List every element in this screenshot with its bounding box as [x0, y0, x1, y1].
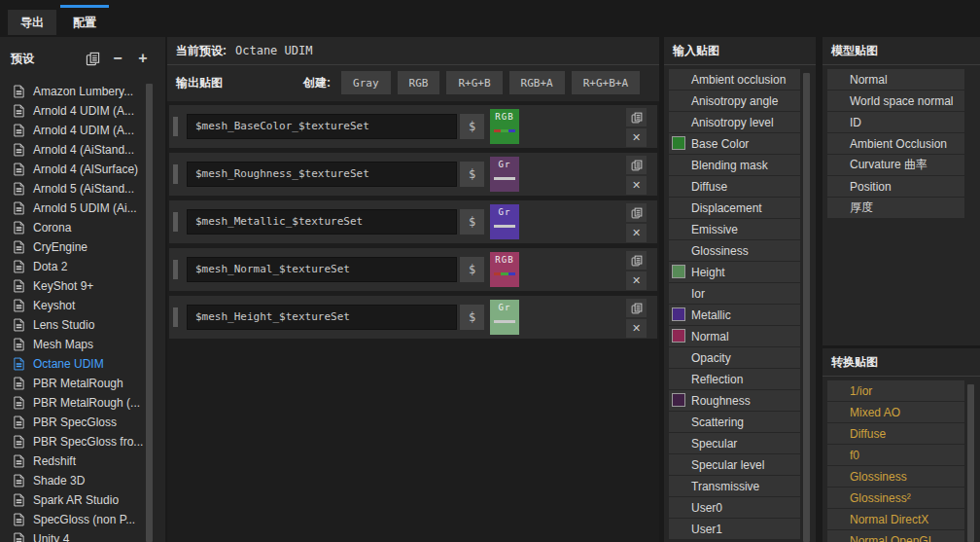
- duplicate-row-button[interactable]: [626, 299, 647, 317]
- drag-handle[interactable]: [173, 260, 178, 279]
- converted-map-item[interactable]: Normal OpenGL: [827, 530, 964, 542]
- input-map-item[interactable]: Anisotropy angle: [669, 90, 800, 111]
- preset-list-item[interactable]: Arnold 5 UDIM (Ai...: [14, 199, 165, 218]
- tab-export[interactable]: 导出: [8, 10, 56, 35]
- input-map-item[interactable]: Ior: [669, 283, 800, 304]
- delete-row-button[interactable]: ✕: [626, 224, 647, 242]
- channel-tile[interactable]: Gr: [490, 204, 519, 239]
- input-map-item[interactable]: Specular level: [669, 454, 800, 475]
- channel-tile[interactable]: RGB: [490, 252, 519, 287]
- filename-input[interactable]: $mesh_Height_$textureSet: [187, 305, 457, 330]
- delete-row-button[interactable]: ✕: [626, 176, 647, 195]
- input-map-item[interactable]: Glossiness: [669, 240, 800, 261]
- preset-list-item[interactable]: Amazon Lumbery...: [14, 82, 165, 101]
- duplicate-preset-button[interactable]: [80, 48, 105, 69]
- preset-list-item[interactable]: Corona: [14, 218, 165, 237]
- converted-map-item[interactable]: Glossiness: [827, 466, 964, 487]
- converted-map-item[interactable]: f0: [827, 445, 964, 465]
- converted-map-item[interactable]: Mixed AO: [827, 402, 964, 422]
- duplicate-row-button[interactable]: [626, 156, 647, 174]
- converted-map-item[interactable]: Normal DirectX: [827, 509, 964, 529]
- preset-list-item[interactable]: PBR MetalRough (...: [14, 393, 165, 413]
- filename-input[interactable]: $mesh_Roughness_$textureSet: [187, 162, 457, 187]
- variable-dollar-button[interactable]: $: [460, 305, 484, 330]
- drag-handle[interactable]: [173, 307, 178, 327]
- input-map-item[interactable]: Scattering: [669, 412, 800, 432]
- input-map-item[interactable]: Roughness: [669, 390, 800, 411]
- preset-list-item[interactable]: Redshift: [14, 452, 165, 471]
- create-channel-button[interactable]: R+G+B: [446, 71, 502, 94]
- input-map-item[interactable]: User1: [669, 519, 800, 539]
- mesh-map-item[interactable]: World space normal: [827, 90, 964, 111]
- input-map-item[interactable]: Specular: [669, 433, 800, 453]
- variable-dollar-button[interactable]: $: [460, 209, 484, 235]
- input-map-item[interactable]: Blending mask: [669, 155, 800, 175]
- mesh-map-item[interactable]: ID: [827, 112, 964, 132]
- create-channel-button[interactable]: RGB: [398, 71, 440, 94]
- preset-list-item[interactable]: Arnold 4 (AiStand...: [14, 140, 165, 160]
- input-map-item[interactable]: Base Color: [669, 133, 800, 154]
- channel-tile[interactable]: RGB: [490, 109, 519, 144]
- input-maps-scrollbar[interactable]: [803, 73, 810, 542]
- mesh-map-item[interactable]: Position: [827, 176, 964, 197]
- input-map-item[interactable]: Displacement: [669, 198, 800, 218]
- input-map-item[interactable]: Reflection: [669, 369, 800, 389]
- preset-list-item[interactable]: Mesh Maps: [14, 335, 165, 354]
- preset-list-item[interactable]: Shade 3D: [14, 471, 165, 490]
- delete-row-button[interactable]: ✕: [626, 319, 647, 338]
- converted-map-item[interactable]: Glossiness²: [827, 488, 964, 508]
- converted-map-item[interactable]: Diffuse: [827, 423, 964, 444]
- preset-list-item[interactable]: Dota 2: [14, 257, 165, 276]
- mesh-map-item[interactable]: 厚度: [827, 198, 964, 218]
- delete-row-button[interactable]: ✕: [626, 128, 647, 147]
- preset-list-item[interactable]: PBR SpecGloss fro...: [14, 432, 165, 452]
- input-map-item[interactable]: Emissive: [669, 219, 800, 239]
- duplicate-row-button[interactable]: [626, 251, 647, 270]
- preset-list-item[interactable]: SpecGloss (non P...: [14, 510, 165, 529]
- converted-map-item[interactable]: 1/ior: [827, 380, 964, 401]
- preset-list-item[interactable]: PBR SpecGloss: [14, 413, 165, 432]
- input-map-item[interactable]: User0: [669, 497, 800, 518]
- input-map-item[interactable]: Anisotropy level: [669, 112, 800, 132]
- mesh-map-item[interactable]: Normal: [827, 69, 964, 90]
- presets-scrollbar[interactable]: [146, 84, 153, 542]
- input-map-item[interactable]: Transmissive: [669, 476, 800, 496]
- preset-list-item[interactable]: Arnold 4 UDIM (A...: [14, 101, 165, 121]
- preset-list-item[interactable]: Keyshot: [14, 296, 165, 315]
- preset-list-item[interactable]: Lens Studio: [14, 315, 165, 335]
- duplicate-row-button[interactable]: [626, 203, 647, 222]
- variable-dollar-button[interactable]: $: [460, 162, 484, 187]
- preset-list-item[interactable]: PBR MetalRough: [14, 374, 165, 393]
- variable-dollar-button[interactable]: $: [460, 114, 484, 139]
- input-map-item[interactable]: Normal: [669, 326, 800, 346]
- duplicate-row-button[interactable]: [626, 108, 647, 126]
- remove-preset-button[interactable]: −: [105, 48, 130, 69]
- input-map-item[interactable]: Diffuse: [669, 176, 800, 197]
- add-preset-button[interactable]: +: [130, 48, 156, 69]
- preset-list-item[interactable]: Unity 4: [14, 529, 165, 542]
- variable-dollar-button[interactable]: $: [460, 257, 484, 282]
- preset-list-item[interactable]: KeyShot 9+: [14, 276, 165, 296]
- preset-list-item[interactable]: Arnold 5 (AiStand...: [14, 179, 165, 199]
- input-map-item[interactable]: Height: [669, 262, 800, 282]
- preset-list-item[interactable]: Arnold 4 (AlSurface): [14, 160, 165, 179]
- filename-input[interactable]: $mesh_Metallic_$textureSet: [187, 209, 457, 235]
- filename-input[interactable]: $mesh_BaseColor_$textureSet: [187, 114, 457, 139]
- preset-list-item[interactable]: Spark AR Studio: [14, 490, 165, 510]
- drag-handle[interactable]: [173, 212, 178, 232]
- preset-list-item[interactable]: CryEngine: [14, 237, 165, 257]
- filename-input[interactable]: $mesh_Normal_$textureSet: [187, 257, 457, 282]
- create-channel-button[interactable]: RGB+A: [509, 71, 565, 94]
- channel-tile[interactable]: Gr: [490, 157, 519, 192]
- delete-row-button[interactable]: ✕: [626, 271, 647, 290]
- converted-maps-scrollbar[interactable]: [967, 384, 974, 542]
- create-channel-button[interactable]: R+G+B+A: [572, 71, 640, 94]
- channel-tile[interactable]: Gr: [490, 300, 519, 335]
- preset-list-item[interactable]: Octane UDIM: [14, 354, 165, 374]
- input-map-item[interactable]: Ambient occlusion: [669, 69, 800, 90]
- input-map-item[interactable]: Metallic: [669, 305, 800, 325]
- preset-list-item[interactable]: Arnold 4 UDIM (A...: [14, 121, 165, 140]
- drag-handle[interactable]: [173, 164, 178, 184]
- mesh-map-item[interactable]: Curvature 曲率: [827, 155, 964, 175]
- drag-handle[interactable]: [173, 117, 178, 136]
